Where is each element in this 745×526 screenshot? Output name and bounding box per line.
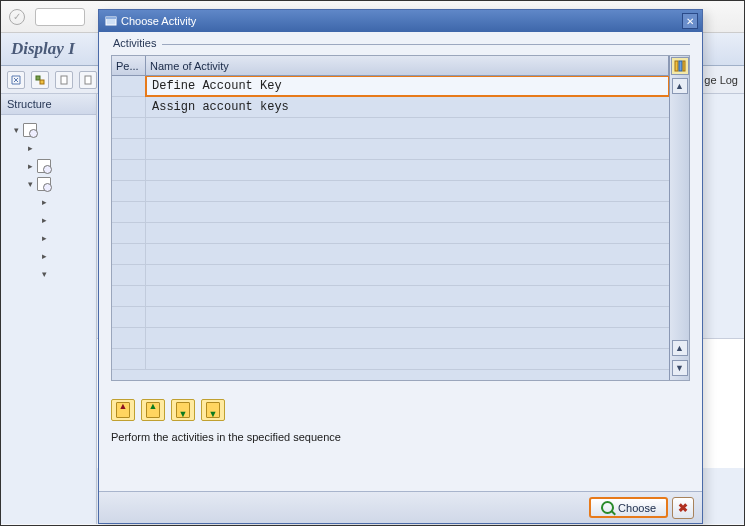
window-title: Display I (11, 39, 75, 58)
tree-expand-icon[interactable]: ▸ (25, 161, 35, 171)
table-body: Define Account Key Assign account keys (112, 76, 669, 380)
folder-icon (37, 159, 51, 173)
activities-legend: Activities (111, 37, 162, 49)
command-field[interactable] (35, 8, 85, 26)
structure-tree[interactable]: ▾ ▸ ▸ ▾ ▸ ▸ ▸ ▸ ▾ (1, 115, 96, 289)
structure-header: Structure (1, 94, 96, 115)
svg-rect-8 (683, 61, 685, 71)
tree-expand-icon[interactable]: ▸ (39, 215, 49, 225)
tree-node[interactable]: ▾ (5, 121, 92, 139)
svg-rect-7 (679, 61, 682, 71)
table-row[interactable] (112, 118, 669, 139)
table-row[interactable]: Assign account keys (112, 97, 669, 118)
table-row[interactable] (112, 328, 669, 349)
instruction-text: Perform the activities in the specified … (111, 431, 690, 443)
table-row[interactable] (112, 202, 669, 223)
ok-status-icon: ✓ (9, 9, 25, 25)
folder-icon (37, 177, 51, 191)
tree-collapse-icon[interactable]: ▾ (25, 179, 35, 189)
toolbar-expand-icon[interactable] (7, 71, 25, 89)
table-row[interactable] (112, 160, 669, 181)
scroll-up2-button[interactable]: ▲ (672, 340, 688, 356)
tree-expand-icon[interactable]: ▸ (39, 233, 49, 243)
dialog-footer: Choose ✖ (99, 491, 702, 523)
dialog-title: Choose Activity (121, 15, 682, 27)
move-up-button[interactable]: ▲ (141, 399, 165, 421)
structure-sidebar: Structure ▾ ▸ ▸ ▾ ▸ ▸ ▸ (1, 94, 97, 524)
tree-node[interactable]: ▸ (5, 211, 92, 229)
dialog-close-button[interactable]: ✕ (682, 13, 698, 29)
svg-rect-0 (36, 76, 40, 80)
table-scrollbar: ▲ ▲ ▼ (669, 56, 689, 380)
table-row[interactable] (112, 265, 669, 286)
toolbar-doc-icon[interactable] (55, 71, 73, 89)
table-row[interactable] (112, 181, 669, 202)
dialog-titlebar: Choose Activity ✕ (99, 10, 702, 32)
dialog-icon (105, 15, 117, 27)
configure-columns-icon[interactable] (671, 57, 689, 75)
svg-rect-3 (85, 76, 91, 84)
scroll-up-button[interactable]: ▲ (672, 78, 688, 94)
tree-node[interactable]: ▸ (5, 247, 92, 265)
tree-node[interactable]: ▾ (5, 175, 92, 193)
activity-name: Assign account keys (146, 97, 669, 117)
move-down-button[interactable]: ▼ (171, 399, 195, 421)
sequence-action-buttons: ▲ ▲ ▼ ▼ (111, 399, 690, 421)
move-first-button[interactable]: ▲ (111, 399, 135, 421)
column-perform[interactable]: Pe... (112, 56, 146, 75)
activities-group: Activities Pe... Name of Activity Define… (111, 44, 690, 381)
svg-rect-1 (40, 80, 44, 84)
table-row[interactable] (112, 307, 669, 328)
table-row[interactable] (112, 223, 669, 244)
tree-node[interactable]: ▸ (5, 229, 92, 247)
change-log-label: ge Log (704, 74, 738, 86)
toolbar-doc2-icon[interactable] (79, 71, 97, 89)
svg-rect-6 (675, 61, 678, 71)
svg-rect-2 (61, 76, 67, 84)
tree-collapse-icon[interactable]: ▾ (39, 269, 49, 279)
tree-expand-icon[interactable]: ▸ (25, 143, 35, 153)
scroll-down-button[interactable]: ▼ (672, 360, 688, 376)
table-row[interactable] (112, 244, 669, 265)
tree-expand-icon[interactable]: ▸ (39, 251, 49, 261)
column-name[interactable]: Name of Activity (146, 56, 669, 75)
choose-button[interactable]: Choose (589, 497, 668, 518)
table-row[interactable] (112, 139, 669, 160)
table-row[interactable] (112, 286, 669, 307)
toolbar-tree-nav-icon[interactable] (31, 71, 49, 89)
table-row[interactable] (112, 349, 669, 370)
tree-expand-icon[interactable]: ▸ (39, 197, 49, 207)
choose-activity-dialog: Choose Activity ✕ Activities Pe... Name … (98, 9, 703, 524)
tree-node[interactable]: ▸ (5, 157, 92, 175)
move-last-button[interactable]: ▼ (201, 399, 225, 421)
table-row[interactable]: Define Account Key (112, 76, 669, 97)
tree-collapse-icon[interactable]: ▾ (11, 125, 21, 135)
magnifier-icon (601, 501, 614, 514)
table-header: Pe... Name of Activity (112, 56, 669, 76)
tree-node[interactable]: ▸ (5, 139, 92, 157)
folder-icon (23, 123, 37, 137)
tree-node[interactable]: ▸ (5, 193, 92, 211)
tree-node[interactable]: ▾ (5, 265, 92, 283)
svg-rect-5 (106, 17, 116, 19)
activity-name: Define Account Key (145, 76, 669, 97)
activities-table: Pe... Name of Activity Define Account Ke… (111, 55, 690, 381)
choose-button-label: Choose (618, 502, 656, 514)
cancel-button[interactable]: ✖ (672, 497, 694, 519)
